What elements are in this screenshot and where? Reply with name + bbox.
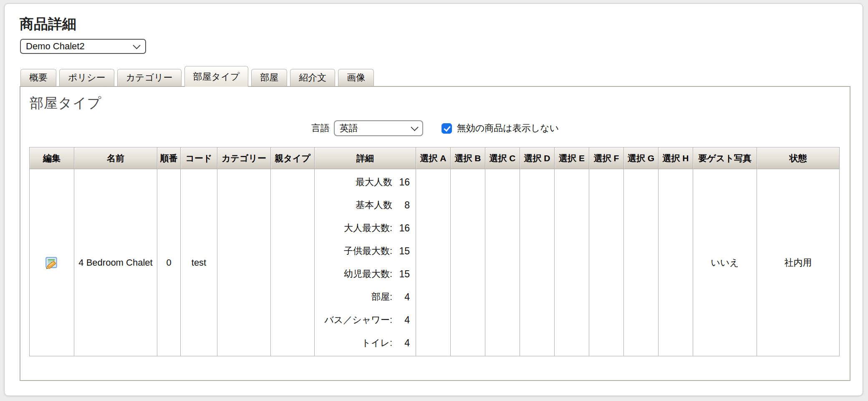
col-code: コード <box>181 147 217 169</box>
col-details: 詳細 <box>315 147 416 169</box>
edit-icon[interactable] <box>44 255 60 271</box>
tab-description[interactable]: 紹介文 <box>290 69 335 86</box>
tab-policy[interactable]: ポリシー <box>59 69 114 86</box>
detail-line: トイレ:4 <box>316 334 410 352</box>
hide-disabled-checkbox[interactable] <box>442 123 452 134</box>
selection-d-cell <box>520 169 555 356</box>
col-selection-f: 選択 F <box>589 147 624 169</box>
parent-type-cell <box>271 169 315 356</box>
page-title: 商品詳細 <box>20 15 863 32</box>
product-detail-window: 商品詳細 Demo Chalet2 概要 ポリシー カテゴリー 部屋タイプ 部屋… <box>4 3 863 396</box>
col-parent-type: 親タイプ <box>271 147 315 169</box>
tab-images[interactable]: 画像 <box>338 69 374 86</box>
panel-heading: 部屋タイプ <box>30 95 850 111</box>
tab-bar: 概要 ポリシー カテゴリー 部屋タイプ 部屋 紹介文 画像 <box>20 66 863 86</box>
hide-disabled-label[interactable]: 無効の商品は表示しない <box>457 122 559 135</box>
chevron-down-icon <box>133 41 140 49</box>
product-select[interactable]: Demo Chalet2 <box>20 39 146 54</box>
detail-line: 最大人数16 <box>316 173 410 191</box>
selection-a-cell <box>416 169 451 356</box>
status-cell: 社内用 <box>757 169 840 356</box>
col-selection-h: 選択 H <box>659 147 693 169</box>
col-selection-e: 選択 E <box>555 147 589 169</box>
filter-row: 言語 英語 無効の商品は表示しない <box>20 120 850 136</box>
language-select-value: 英語 <box>340 122 358 135</box>
room-type-table: 編集 名前 順番 コード カテゴリー 親タイプ 詳細 選択 A 選択 B 選択 … <box>29 147 840 356</box>
col-selection-g: 選択 G <box>624 147 659 169</box>
col-order: 順番 <box>157 147 181 169</box>
table-header-row: 編集 名前 順番 コード カテゴリー 親タイプ 詳細 選択 A 選択 B 選択 … <box>30 147 840 169</box>
order-cell: 0 <box>157 169 181 356</box>
detail-line: 幼児最大数:15 <box>316 265 410 283</box>
language-select[interactable]: 英語 <box>334 120 423 136</box>
table-row: 4 Bedroom Chalet 0 test 最大人数16 基本人数8 大人最… <box>30 169 840 356</box>
col-edit: 編集 <box>30 147 74 169</box>
col-guest-photo: 要ゲスト写真 <box>693 147 757 169</box>
tab-overview[interactable]: 概要 <box>20 69 56 86</box>
category-cell <box>217 169 271 356</box>
selection-b-cell <box>451 169 485 356</box>
col-selection-a: 選択 A <box>416 147 451 169</box>
code-cell: test <box>181 169 217 356</box>
col-category: カテゴリー <box>217 147 271 169</box>
col-selection-d: 選択 D <box>520 147 555 169</box>
selection-h-cell <box>659 169 693 356</box>
chevron-down-icon <box>411 123 418 131</box>
detail-line: 子供最大数:15 <box>316 242 410 260</box>
edit-cell <box>30 169 74 356</box>
selection-e-cell <box>555 169 589 356</box>
col-status: 状態 <box>757 147 840 169</box>
col-name: 名前 <box>74 147 157 169</box>
col-selection-c: 選択 C <box>485 147 520 169</box>
selection-f-cell <box>589 169 624 356</box>
room-type-panel: 部屋タイプ 言語 英語 無効の商品は表示しない 編集 名前 <box>20 86 850 381</box>
selection-c-cell <box>485 169 520 356</box>
details-cell: 最大人数16 基本人数8 大人最大数:16 子供最大数:15 幼児最大数:15 … <box>315 169 416 356</box>
detail-line: 大人最大数:16 <box>316 219 410 237</box>
tab-category[interactable]: カテゴリー <box>117 69 182 86</box>
language-label: 言語 <box>311 122 330 135</box>
product-select-value: Demo Chalet2 <box>26 41 85 52</box>
detail-line: 部屋:4 <box>316 288 410 306</box>
tab-room[interactable]: 部屋 <box>251 69 287 86</box>
guest-photo-cell: いいえ <box>693 169 757 356</box>
tab-room-type[interactable]: 部屋タイプ <box>184 66 249 87</box>
detail-line: バス／シャワー:4 <box>316 311 410 329</box>
name-cell: 4 Bedroom Chalet <box>74 169 157 356</box>
selection-g-cell <box>624 169 659 356</box>
col-selection-b: 選択 B <box>451 147 485 169</box>
detail-line: 基本人数8 <box>316 196 410 214</box>
